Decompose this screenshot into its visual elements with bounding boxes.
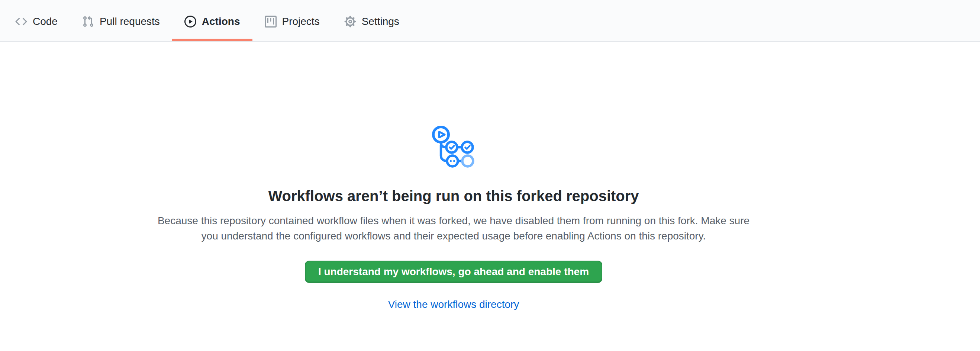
play-icon (185, 16, 196, 27)
tab-settings[interactable]: Settings (332, 0, 412, 41)
tab-pull-requests[interactable]: Pull requests (70, 0, 172, 41)
enable-workflows-button[interactable]: I understand my workflows, go ahead and … (305, 260, 602, 283)
code-icon (15, 16, 27, 27)
gear-icon (344, 16, 356, 27)
tab-label: Pull requests (100, 16, 160, 27)
git-pull-request-icon (82, 16, 94, 27)
tab-label: Code (33, 16, 57, 27)
repo-nav: Code Pull requests Actions Projects (0, 0, 980, 42)
blankslate-heading: Workflows aren’t being run on this forke… (268, 187, 639, 205)
tab-actions[interactable]: Actions (172, 0, 253, 41)
blankslate-description: Because this repository contained workfl… (153, 213, 755, 243)
project-icon (265, 16, 277, 27)
tab-projects[interactable]: Projects (253, 0, 332, 41)
view-workflows-directory-link[interactable]: View the workflows directory (388, 299, 519, 310)
actions-blankslate: Workflows aren’t being run on this forke… (0, 42, 907, 310)
tab-label: Settings (362, 16, 399, 27)
workflow-graph-icon (432, 125, 475, 168)
tab-label: Actions (202, 16, 240, 27)
tab-code[interactable]: Code (3, 0, 70, 41)
tab-label: Projects (282, 16, 320, 27)
